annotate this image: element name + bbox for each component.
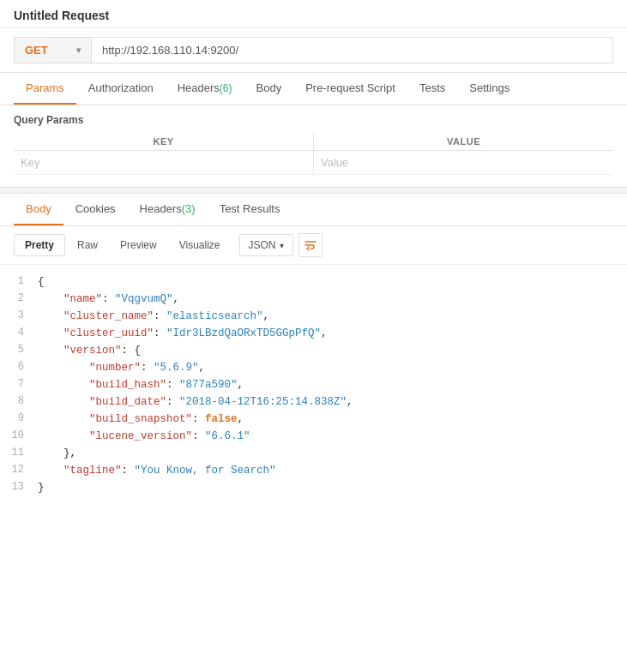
- code-line-7: 7 "build_hash": "877a590",: [0, 376, 627, 393]
- tab-prerequest[interactable]: Pre-request Script: [293, 73, 407, 105]
- format-pretty[interactable]: Pretty: [14, 234, 65, 256]
- response-tab-testresults[interactable]: Test Results: [208, 194, 292, 225]
- key-placeholder: Key: [21, 156, 39, 169]
- code-line-4: 4 "cluster_uuid": "Idr3LBzdQaORxTD5GGpPf…: [0, 325, 627, 342]
- code-line-13: 13 }: [0, 479, 627, 496]
- col-header-value: VALUE: [314, 133, 614, 151]
- tab-params[interactable]: Params: [14, 73, 76, 105]
- response-tabs: Body Cookies Headers(3) Test Results: [0, 194, 627, 226]
- code-line-11: 11 },: [0, 445, 627, 462]
- page-title: Untitled Request: [0, 0, 627, 28]
- tab-headers[interactable]: Headers(6): [166, 73, 244, 105]
- code-line-5: 5 "version": {: [0, 342, 627, 359]
- code-line-12: 12 "tagline": "You Know, for Search": [0, 462, 627, 479]
- code-line-8: 8 "build_date": "2018-04-12T16:25:14.838…: [0, 393, 627, 411]
- query-params-title: Query Params: [14, 114, 613, 126]
- response-tab-cookies[interactable]: Cookies: [63, 194, 128, 225]
- response-tab-headers[interactable]: Headers(3): [128, 194, 208, 225]
- json-type-label: JSON: [249, 239, 276, 251]
- tab-authorization[interactable]: Authorization: [76, 73, 166, 105]
- code-line-9: 9 "build_snapshot": false,: [0, 411, 627, 428]
- format-bar: Pretty Raw Preview Visualize JSON ▾: [0, 226, 627, 265]
- col-header-key: KEY: [14, 133, 314, 151]
- code-line-6: 6 "number": "5.6.9",: [0, 359, 627, 376]
- format-visualize[interactable]: Visualize: [169, 235, 231, 255]
- table-row: Key Value: [14, 151, 613, 175]
- json-type-chevron: ▾: [280, 241, 284, 250]
- query-params-section: Query Params KEY VALUE Key Value: [0, 105, 627, 178]
- json-type-button[interactable]: JSON ▾: [239, 234, 293, 256]
- format-preview[interactable]: Preview: [110, 235, 167, 255]
- wrap-button[interactable]: [298, 233, 323, 257]
- value-cell[interactable]: Value: [314, 151, 614, 175]
- method-label: GET: [25, 44, 48, 57]
- tab-tests[interactable]: Tests: [407, 73, 457, 105]
- url-input[interactable]: [91, 37, 613, 63]
- url-bar: GET ▾: [0, 28, 627, 73]
- code-line-10: 10 "lucene_version": "6.6.1": [0, 428, 627, 445]
- response-tab-body[interactable]: Body: [14, 194, 63, 225]
- code-block: 1 { 2 "name": "VqgvumQ", 3 "cluster_name…: [0, 265, 627, 505]
- section-divider: [0, 187, 627, 194]
- code-line-3: 3 "cluster_name": "elasticsearch",: [0, 308, 627, 325]
- params-table: KEY VALUE Key Value: [14, 133, 613, 175]
- format-raw[interactable]: Raw: [67, 235, 108, 255]
- method-chevron: ▾: [76, 45, 81, 55]
- code-line-1: 1 {: [0, 273, 627, 291]
- request-tabs: Params Authorization Headers(6) Body Pre…: [0, 73, 627, 105]
- tab-settings[interactable]: Settings: [457, 73, 521, 105]
- value-placeholder: Value: [321, 156, 348, 169]
- key-cell[interactable]: Key: [14, 151, 314, 175]
- method-select[interactable]: GET ▾: [14, 37, 91, 63]
- code-line-2: 2 "name": "VqgvumQ",: [0, 291, 627, 308]
- tab-body[interactable]: Body: [244, 73, 294, 105]
